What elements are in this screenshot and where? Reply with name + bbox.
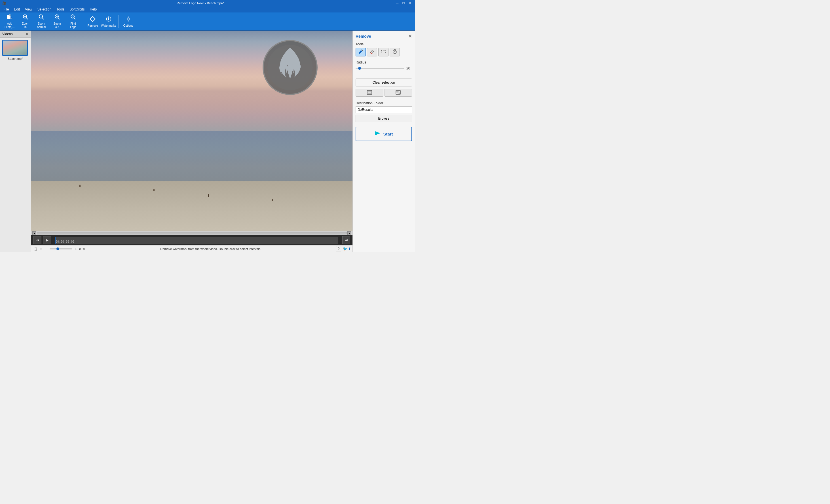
menu-view[interactable]: View [23, 6, 35, 12]
timer-tool-button[interactable] [390, 48, 400, 57]
clear-selection-button[interactable]: Clear selection [356, 78, 412, 87]
svg-point-7 [39, 15, 42, 18]
rewind-to-start-button[interactable]: ⏮ [33, 236, 41, 244]
close-button[interactable]: ✕ [407, 1, 413, 5]
svg-line-10 [58, 18, 60, 20]
remove-button[interactable]: Remove [85, 14, 100, 29]
status-bar: ⬚ ↔ − + 81% Remove watermark from the wh… [31, 245, 352, 252]
person-2 [153, 189, 155, 191]
sidebar-close-button[interactable]: ✕ [25, 32, 29, 36]
zoom-normal-label: Zoomnormal [37, 22, 46, 29]
status-right: ? 🐦 f [336, 246, 350, 251]
destination-input[interactable] [356, 106, 412, 113]
facebook-icon[interactable]: f [349, 247, 350, 251]
watermarks-button[interactable]: Watermarks [101, 14, 116, 29]
logo-watermark [262, 39, 318, 96]
status-zoom-plus[interactable]: + [74, 247, 77, 251]
svg-marker-39 [375, 131, 380, 135]
find-logo-icon: L [70, 14, 76, 21]
zoom-in-button[interactable]: Zoomin [18, 14, 33, 29]
scroll-track[interactable] [37, 232, 347, 234]
video-canvas[interactable] [31, 31, 352, 231]
minimize-button[interactable]: ─ [394, 1, 400, 5]
menu-selection[interactable]: Selection [35, 6, 54, 12]
find-logo-label: FindLogo [70, 22, 76, 29]
timer-icon [392, 49, 397, 55]
toolbar: + AddFile(s)... Zoomin Zoomnormal Zoomou… [0, 12, 415, 31]
menu-softorbits[interactable]: SoftOrbits [67, 6, 87, 12]
radius-track[interactable] [356, 68, 404, 69]
maximize-button[interactable]: □ [401, 1, 406, 5]
person-4 [272, 199, 274, 201]
video-thumb-inner [3, 40, 27, 55]
menu-tools[interactable]: Tools [54, 6, 67, 12]
radius-value: 20 [406, 66, 412, 70]
scroll-right-button[interactable]: ▸ [347, 231, 351, 235]
rectangle-icon [381, 49, 386, 55]
brush-icon [358, 49, 363, 55]
zoom-slider[interactable] [50, 248, 72, 249]
svg-rect-38 [399, 93, 400, 94]
timeline-container: 00:00:02 13 [53, 236, 341, 244]
svg-line-27 [361, 49, 363, 51]
svg-text:L: L [72, 15, 73, 18]
status-zoom-minus[interactable]: − [45, 247, 47, 251]
tools-row [356, 48, 412, 57]
add-files-label: AddFile(s)... [4, 22, 15, 29]
forward-to-end-button[interactable]: ⏭ [342, 236, 350, 244]
zoom-out-button[interactable]: Zoomout [50, 14, 65, 29]
action-button-2[interactable] [385, 89, 412, 97]
zoom-percentage: 81% [79, 247, 85, 250]
rectangle-tool-button[interactable] [378, 48, 388, 57]
add-files-icon: + [6, 14, 13, 21]
svg-rect-29 [381, 50, 385, 53]
svg-rect-37 [396, 91, 398, 92]
svg-line-8 [42, 18, 44, 20]
content-area: Videos ✕ Beach.mp4 [0, 31, 415, 252]
panel-close-button[interactable]: ✕ [408, 33, 412, 39]
video-scrollbar: ◂ ▸ [31, 231, 352, 235]
start-button[interactable]: Start [356, 127, 412, 141]
zoom-normal-button[interactable]: Zoomnormal [34, 14, 49, 29]
watermarks-icon [105, 16, 112, 23]
sidebar-title: Videos [2, 32, 12, 36]
zoom-in-icon [23, 14, 29, 21]
eraser-tool-button[interactable] [367, 48, 377, 57]
video-filename: Beach.mp4 [2, 57, 29, 60]
radius-section: Radius 20 [356, 60, 412, 74]
radius-label: Radius [356, 60, 412, 64]
zoom-normal-icon [38, 14, 44, 21]
twitter-icon[interactable]: 🐦 [343, 247, 347, 251]
action-button-1[interactable] [356, 89, 383, 97]
help-icon[interactable]: ? [336, 246, 341, 251]
remove-label: Remove [87, 24, 98, 27]
person-1 [79, 184, 81, 187]
radius-thumb[interactable] [358, 67, 361, 70]
toolbar-separator-2 [118, 15, 119, 28]
zoom-in-label: Zoomin [22, 22, 29, 29]
brush-tool-button[interactable] [356, 48, 366, 57]
beach-scene [31, 31, 352, 231]
title-bar: 🎥 Remove Logo Now! - Beach.mp4* ─ □ ✕ [0, 0, 415, 6]
menu-edit[interactable]: Edit [12, 6, 22, 12]
menu-file[interactable]: File [1, 6, 11, 12]
timeline-clip-track[interactable]: 00:00:00 00 [55, 237, 338, 244]
video-thumbnail[interactable] [2, 40, 28, 56]
right-panel: Remove ✕ Tools [352, 31, 415, 252]
options-button[interactable]: Options [121, 14, 135, 29]
action-buttons-row [356, 89, 412, 97]
timeline-start-timecode: 00:00:00 00 [56, 240, 74, 243]
menu-help[interactable]: Help [88, 6, 99, 12]
panel-title: Remove [356, 34, 371, 39]
zoom-out-icon [54, 14, 60, 21]
find-logo-button[interactable]: L FindLogo [66, 14, 81, 29]
zoom-thumb[interactable] [57, 247, 59, 250]
radius-row: 20 [356, 66, 412, 71]
action-icon-2 [395, 90, 401, 96]
browse-button[interactable]: Browse [356, 115, 412, 122]
panel-header: Remove ✕ [356, 33, 412, 39]
menu-bar: File Edit View Selection Tools SoftOrbit… [0, 6, 415, 12]
play-button[interactable]: ▶ [43, 236, 51, 244]
add-files-button[interactable]: + AddFile(s)... [2, 14, 17, 29]
scroll-left-button[interactable]: ◂ [32, 231, 36, 235]
